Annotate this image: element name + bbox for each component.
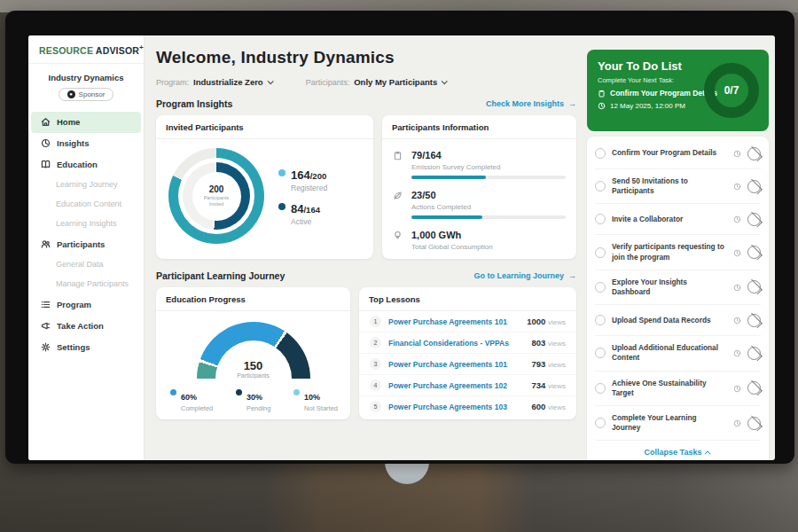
check-more-insights-link[interactable]: Check More Insights → (486, 99, 576, 108)
sidebar-item-settings[interactable]: Settings (28, 337, 144, 358)
program-filter-label: Program: (156, 78, 189, 87)
clock-icon (733, 380, 741, 396)
top-lessons-card: Top Lessons 1 Power Purchase Agreements … (359, 287, 576, 419)
chevron-up-icon (705, 450, 711, 457)
sidebar: RESOURCE ADVISOR+ Industry Dynamics ● Sp… (28, 35, 145, 460)
actions-completed-stat: 23/50 Actions Completed (382, 179, 576, 219)
task-open-button[interactable] (747, 180, 761, 193)
task-checkbox[interactable] (595, 418, 606, 428)
task-row: Invite a Collaborator (595, 204, 761, 235)
program-filter-value: Industrialize Zero (193, 77, 263, 87)
task-open-button[interactable] (747, 347, 761, 360)
program-filter-dropdown[interactable]: Program: Industrialize Zero (156, 77, 272, 87)
task-open-button[interactable] (747, 417, 761, 430)
donut-center-label: Participants Invited (199, 195, 234, 207)
lesson-row: 4 Power Purchase Agreements 102 734 view… (359, 375, 576, 396)
lesson-row: 3 Power Purchase Agreements 101 793 view… (359, 354, 576, 375)
education-progress-title: Education Progress (156, 287, 350, 311)
completed-dot-icon (170, 389, 176, 395)
task-row: Upload Spend Data Records (595, 305, 761, 336)
page-title: Welcome, Industry Dynamics (156, 48, 576, 67)
sponsor-badge-label: Sponsor (79, 90, 106, 98)
invited-participants-card: Invited Participants 200 Participants In… (156, 115, 373, 259)
task-open-button[interactable] (747, 147, 761, 160)
task-open-button[interactable] (747, 246, 761, 259)
task-row: Complete Your Learning Journey (595, 406, 761, 441)
task-checkbox[interactable] (595, 148, 606, 159)
clock-icon (598, 102, 606, 110)
sidebar-item-take-action[interactable]: Take Action (28, 316, 144, 337)
task-open-button[interactable] (747, 314, 761, 327)
sidebar-item-participants[interactable]: Participants (28, 234, 144, 255)
not-started-dot-icon (293, 389, 300, 395)
sidebar-nav: Home Insights Education Learning Journey… (28, 112, 144, 358)
task-row: Send 50 Invitations to Participants (595, 169, 761, 204)
clock-icon (733, 415, 741, 431)
task-checkbox[interactable] (595, 181, 606, 192)
sidebar-item-label: Participants (57, 239, 105, 249)
todo-panel: Your To Do List Complete Your Next Task:… (587, 35, 775, 460)
todo-tasks-card: Confirm Your Program Details Send 50 Inv… (587, 137, 769, 460)
lesson-link[interactable]: Financial Considerations - VPPAs (388, 339, 524, 348)
clock-icon (733, 211, 741, 227)
task-checkbox[interactable] (595, 315, 606, 325)
invited-participants-donut-chart: 200 Participants Invited (168, 148, 264, 244)
education-progress-gauge-chart: 150 Participants (197, 322, 310, 379)
participants-filter-dropdown[interactable]: Participants: Only My Participants (306, 77, 447, 87)
task-checkbox[interactable] (595, 247, 606, 258)
sponsor-icon: ● (67, 90, 75, 98)
arrow-right-icon: → (568, 99, 576, 108)
sidebar-item-learning-journey[interactable]: Learning Journey (28, 176, 144, 195)
sidebar-item-label: Take Action (57, 321, 104, 331)
action-icon (40, 321, 51, 332)
lesson-row: 5 Power Purchase Agreements 103 600 view… (359, 396, 576, 417)
consumption-stat: 1,000 GWh Total Global Consumption (382, 219, 576, 251)
chevron-down-icon (442, 78, 448, 84)
sidebar-item-general-data[interactable]: General Data (28, 255, 144, 275)
task-open-button[interactable] (747, 213, 761, 226)
collapse-tasks-link[interactable]: Collapse Tasks (595, 441, 761, 460)
clock-icon (733, 145, 741, 161)
lesson-link[interactable]: Power Purchase Agreements 102 (388, 381, 524, 390)
lesson-rank: 5 (370, 401, 381, 412)
task-open-button[interactable] (747, 381, 761, 395)
home-icon (40, 117, 51, 128)
todo-progress-count: 0/7 (724, 84, 739, 97)
sidebar-item-learning-insights[interactable]: Learning Insights (28, 215, 144, 234)
sponsor-badge[interactable]: ● Sponsor (59, 88, 114, 101)
sidebar-item-label: Program (57, 300, 91, 309)
legend-completed: 60%Completed (170, 387, 213, 412)
task-checkbox[interactable] (595, 383, 606, 394)
main-content: Welcome, Industry Dynamics Program: Indu… (145, 35, 587, 460)
chevron-down-icon (267, 78, 273, 84)
participants-information-card: Participants Information 79/164 Emission… (382, 115, 576, 259)
lesson-link[interactable]: Power Purchase Agreements 103 (388, 403, 524, 411)
task-row: Confirm Your Program Details (595, 138, 761, 169)
clock-icon (733, 245, 741, 261)
participants-information-title: Participants Information (382, 115, 576, 139)
lesson-rank: 1 (370, 316, 381, 327)
task-row: Explore Your Insights Dashboard (595, 270, 761, 305)
sidebar-item-program[interactable]: Program (28, 294, 144, 316)
sidebar-item-insights[interactable]: Insights (28, 133, 144, 154)
lesson-link[interactable]: Power Purchase Agreements 101 (388, 360, 524, 369)
task-open-button[interactable] (747, 280, 761, 293)
lesson-link[interactable]: Power Purchase Agreements 101 (388, 317, 520, 326)
list-icon (40, 300, 51, 310)
task-checkbox[interactable] (595, 282, 606, 293)
go-to-learning-journey-link[interactable]: Go to Learning Journey → (473, 271, 576, 280)
app-logo[interactable]: RESOURCE ADVISOR+ (28, 43, 144, 64)
top-lessons-title: Top Lessons (359, 287, 576, 311)
task-checkbox[interactable] (595, 214, 606, 224)
clock-icon (733, 279, 741, 295)
sidebar-item-home[interactable]: Home (31, 112, 141, 133)
participants-filter-value: Only My Participants (354, 77, 437, 87)
sidebar-item-manage-participants[interactable]: Manage Participants (28, 275, 144, 294)
clock-icon (733, 178, 741, 194)
sidebar-item-education-content[interactable]: Education Content (28, 195, 144, 215)
participants-filter-label: Participants: (306, 78, 350, 87)
task-checkbox[interactable] (595, 348, 606, 358)
sidebar-item-education[interactable]: Education (28, 154, 144, 176)
clipboard-icon (598, 90, 606, 98)
clock-icon (733, 345, 741, 361)
